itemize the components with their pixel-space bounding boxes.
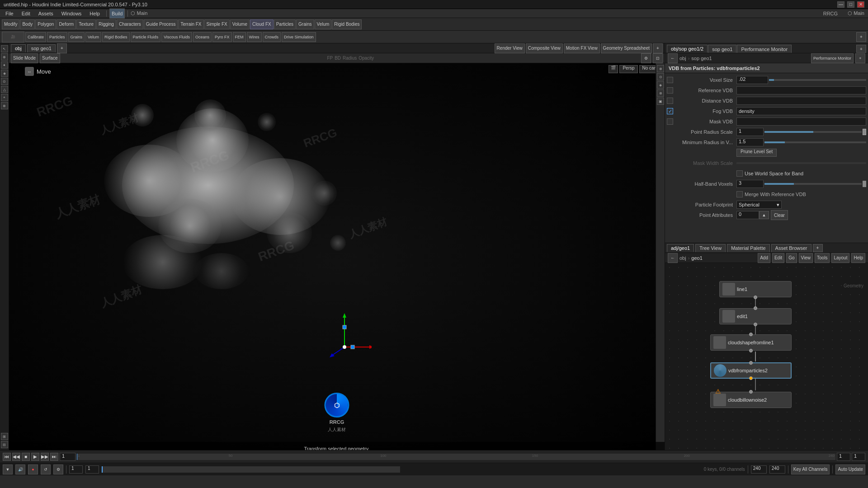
half-band-handle[interactable] (863, 181, 866, 187)
voxel-size-slider[interactable] (769, 79, 866, 81)
geo-spreadsheet-btn[interactable]: Geometry Spreadsheet (601, 43, 652, 53)
ng-add-tab[interactable]: + (813, 244, 823, 252)
node-cloudbillow-input[interactable] (749, 390, 753, 394)
point-attrs-up-btn[interactable]: ▲ (759, 211, 769, 219)
mask-vdb-value[interactable] (736, 117, 866, 126)
ng-tab-asset[interactable]: Asset Browser (771, 244, 811, 252)
add-shelf-btn[interactable]: + (856, 32, 866, 42)
calibrate-btn[interactable]: Calibrate (25, 32, 46, 42)
ng-breadcrumb-geo[interactable]: geo1 (691, 255, 702, 261)
sidebar-icon-bottom-2[interactable]: ⊟ (1, 441, 8, 448)
ng-go-btn[interactable]: Go (786, 253, 797, 263)
ng-back-btn[interactable]: ← (668, 253, 678, 263)
clear-btn[interactable]: Clear (771, 210, 788, 220)
render-region-btn[interactable]: 🎬 (609, 65, 618, 73)
3d-viewport[interactable]: RRCG 人人素材 RRCG 人人素材 RRCG 人人素材 RRCG 人人素材 (9, 63, 665, 450)
ng-tab-tree[interactable]: Tree View (695, 244, 726, 252)
node-edit1-input[interactable] (754, 306, 757, 310)
timeline-play-btn[interactable]: ▶ (31, 453, 39, 461)
auto-update-btn[interactable]: Auto Update (835, 465, 865, 474)
node-vdbfromparticles[interactable]: vdbfromparticles2 (710, 362, 792, 379)
vellum-btn[interactable]: Velum (85, 32, 101, 42)
ng-tab-material[interactable]: Material Palette (727, 244, 769, 252)
dist-vdb-value[interactable] (736, 97, 866, 105)
right-tab-perf[interactable]: Performance Monitor (737, 45, 792, 53)
sidebar-icon-3[interactable]: ✦ (1, 61, 8, 69)
node-cloudshape-input[interactable] (749, 333, 753, 336)
vp-right-icon-5[interactable]: ▣ (657, 98, 664, 105)
status-btn-4[interactable]: ⚙ (53, 465, 63, 474)
point-attrs-input[interactable]: 0 (736, 211, 759, 219)
close-button[interactable]: ✕ (857, 1, 864, 8)
sidebar-icon-7[interactable]: ⌖ (1, 94, 8, 101)
breadcrumb-geo[interactable]: sop geo1 (691, 56, 712, 61)
half-band-input[interactable]: 3 (736, 180, 764, 188)
fog-vdb-value[interactable]: density (736, 107, 866, 115)
world-space-checkbox[interactable] (736, 170, 743, 177)
vp-right-icon-2[interactable]: ⊙ (657, 73, 664, 80)
surface-btn[interactable]: Surface (40, 53, 60, 63)
node-line1-output[interactable] (754, 296, 757, 299)
status-icon-1[interactable]: ▼ (3, 465, 13, 474)
characters-tab[interactable]: Characters (117, 19, 143, 29)
sidebar-icon-5[interactable]: ⊙ (1, 78, 8, 85)
merge-ref-checkbox[interactable] (736, 191, 743, 197)
fem-btn[interactable]: FEM (233, 32, 246, 42)
timeline-prev-btn[interactable]: ◀◀ (12, 453, 20, 461)
sidebar-icon-bottom-1[interactable]: ⊞ (1, 433, 8, 440)
tab-add-btn[interactable]: + (57, 43, 67, 53)
status-fps-input[interactable]: 1 (85, 465, 99, 474)
sidebar-icon-6[interactable]: △ (1, 86, 8, 93)
status-frame-input[interactable]: 1 (69, 465, 83, 474)
vp-right-icon-3[interactable]: ◈ (657, 81, 664, 89)
texture-tab[interactable]: Texture (76, 19, 96, 29)
timeline-end-btn[interactable]: ⏭ (50, 453, 58, 461)
voxel-size-input[interactable]: .02 (736, 76, 768, 84)
ref-vdb-value[interactable] (736, 86, 866, 94)
particles-tab[interactable]: Particles (274, 19, 296, 29)
half-band-slider[interactable] (764, 183, 862, 185)
vp-right-icon-1[interactable]: ⊕ (657, 65, 664, 72)
right-tab-geo[interactable]: sop geo1 (708, 45, 736, 53)
grains-btn[interactable]: Grains (68, 32, 85, 42)
timeline-next-btn[interactable]: ▶▶ (41, 453, 49, 461)
timeline-end-frame[interactable]: 1 (852, 453, 865, 461)
minimize-button[interactable]: — (837, 1, 844, 8)
lights-cameras-btn[interactable]: 🎥 (2, 32, 24, 42)
timeline-scrubbar[interactable]: 1 50 100 150 200 240 (77, 454, 835, 460)
window-controls[interactable]: — □ ✕ (837, 1, 864, 8)
voxel-size-checkbox[interactable] (667, 77, 673, 83)
timeline-frame-input[interactable]: 1 (60, 453, 75, 461)
tab-add-btn-2[interactable]: + (653, 43, 663, 53)
grains-tab[interactable]: Grains (296, 19, 314, 29)
build-button[interactable]: Build (109, 9, 125, 19)
menu-edit[interactable]: Edit (18, 10, 34, 17)
point-radius-handle[interactable] (863, 129, 866, 135)
menu-help[interactable]: Help (86, 10, 104, 17)
min-radius-input[interactable]: 1.5 (736, 138, 764, 146)
node-vdb-input[interactable] (749, 361, 753, 365)
ng-edit-btn[interactable]: Edit (772, 253, 784, 263)
prune-level-set-btn[interactable]: Prune Level Set (736, 149, 777, 157)
particle-footprint-dropdown[interactable]: Spherical ▾ (736, 201, 782, 209)
drive-sim-btn[interactable]: Drive Simulation (282, 32, 316, 42)
dist-vdb-checkbox[interactable] (667, 98, 673, 104)
rigid-bodies-tab[interactable]: Rigid Bodies (332, 19, 362, 29)
volume-tab[interactable]: Volume (230, 19, 250, 29)
terrain-fx-tab[interactable]: Terrain FX (178, 19, 203, 29)
viewport-maximize-btn[interactable]: ⊡ (653, 53, 663, 63)
timeline-stop-btn[interactable]: ■ (22, 453, 30, 461)
right-panel-add-btn[interactable]: + (856, 45, 866, 53)
maximize-button[interactable]: □ (847, 1, 854, 8)
ng-help-btn[interactable]: Help (851, 253, 865, 263)
composite-view-btn[interactable]: Composite View (526, 43, 563, 53)
particle-fluids-btn[interactable]: Particle Fluids (131, 32, 161, 42)
ng-tab-geo[interactable]: adj/geo1 (667, 244, 694, 252)
timeline-start-frame[interactable]: 1 (837, 453, 850, 461)
nav-back-btn[interactable]: ← (668, 53, 678, 63)
fog-vdb-checkbox[interactable]: ✓ (667, 108, 673, 114)
deform-tab[interactable]: Deform (57, 19, 76, 29)
loop-btn[interactable]: ↺ (41, 465, 51, 474)
ref-vdb-checkbox[interactable] (667, 87, 673, 94)
sidebar-icon-2[interactable]: ⊕ (1, 53, 8, 61)
